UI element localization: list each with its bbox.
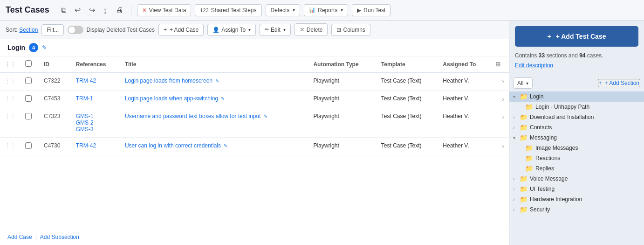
tree-item-label: Messaging	[530, 134, 640, 141]
expand-icon: ›	[513, 197, 519, 202]
assign-to-btn[interactable]: 👤 Assign To ▾	[207, 24, 256, 36]
defects-btn[interactable]: Defects ▾	[266, 4, 301, 16]
row-drag-handle[interactable]: ⋮⋮	[0, 72, 21, 91]
tree-item[interactable]: 📁 Replies	[509, 163, 644, 174]
filter-all-label: All	[517, 80, 523, 86]
add-case-btn[interactable]: + + Add Case	[158, 24, 204, 36]
tree-item[interactable]: › 📁 Download and Installation	[509, 112, 644, 122]
row-edit-icon[interactable]: ✎	[221, 96, 225, 101]
col-checkbox[interactable]	[21, 56, 39, 72]
tree-item[interactable]: › 📁 Voice Message	[509, 174, 644, 184]
tree-container: All ▾ + + Add Section ▾ 📁 Login 📁 Login …	[509, 74, 644, 245]
row-checkbox-cell[interactable]	[21, 108, 39, 138]
assign-chevron-icon: ▾	[248, 27, 251, 32]
columns-btn[interactable]: ⊟ Columns	[331, 24, 370, 36]
row-checkbox-cell[interactable]	[21, 91, 39, 108]
row-expand-arrow[interactable]: ›	[491, 91, 509, 108]
tree-item[interactable]: 📁 Login - Unhappy Path	[509, 102, 644, 112]
row-template: Test Case (Text)	[377, 72, 438, 91]
sort-value[interactable]: Section	[19, 27, 38, 33]
folder-icon: 📁	[520, 196, 528, 203]
drag-handle-icon: ⋮⋮	[5, 61, 16, 68]
row-title: Login page loads from homescreen ✎	[120, 72, 309, 91]
display-deleted-toggle[interactable]	[68, 26, 83, 34]
tree-item[interactable]: 📁 Reactions	[509, 153, 644, 163]
row-edit-icon[interactable]: ✎	[215, 78, 219, 84]
tree-item-label: Contacts	[530, 124, 640, 131]
reference-link[interactable]: TRM-42	[76, 77, 96, 84]
tree-item[interactable]: › 📁 UI Testing	[509, 184, 644, 194]
pencil-icon: ✏	[265, 27, 269, 33]
collapse-icon: ▾	[513, 94, 519, 99]
col-id: ID	[39, 56, 71, 72]
row-checkbox[interactable]	[25, 95, 32, 102]
select-all-checkbox[interactable]	[25, 60, 32, 67]
folder-icon: 📁	[520, 124, 528, 131]
row-checkbox[interactable]	[25, 142, 32, 149]
reference-link[interactable]: TRM-1	[76, 95, 93, 102]
row-checkbox-cell[interactable]	[21, 72, 39, 91]
filter-btn[interactable]: Filt...	[41, 24, 64, 35]
row-expand-arrow[interactable]: ›	[491, 138, 509, 155]
row-title: User can log in with correct credentials…	[120, 138, 309, 155]
add-test-case-btn[interactable]: + + Add Test Case	[515, 26, 638, 47]
row-checkbox[interactable]	[25, 113, 32, 119]
row-checkbox[interactable]	[25, 77, 32, 84]
reference-link[interactable]: GMS-3	[76, 126, 94, 133]
tree-item[interactable]: › 📁 Contacts	[509, 122, 644, 133]
tree-item-label: Hardware Integration	[530, 196, 640, 203]
add-section-btn[interactable]: + + Add Section	[598, 79, 640, 87]
test-cases-table: ⋮⋮ ID References Title Automation Type T…	[0, 56, 509, 155]
toolbar-separator-1	[131, 6, 131, 15]
reference-link[interactable]: GMS-1	[76, 113, 94, 119]
title-link[interactable]: Login page loads when app-switching	[125, 95, 218, 102]
run-test-btn[interactable]: ▶ Run Test	[352, 4, 391, 16]
delete-btn[interactable]: ✕ Delete	[295, 23, 328, 36]
import-icon-btn[interactable]: ↨	[101, 4, 110, 16]
row-automation-type: Playwright	[308, 72, 376, 91]
main-layout: Sort: Section Filt... Display Deleted Te…	[0, 21, 644, 245]
copy-icon-btn[interactable]: ⧉	[59, 4, 69, 16]
tree-item-label: Image Messages	[535, 145, 640, 151]
table-row: ⋮⋮ C4730 TRM-42 User can log in with cor…	[0, 138, 509, 155]
print-icon-btn[interactable]: 🖨	[113, 4, 125, 16]
reports-btn[interactable]: 📊 Reports ▾	[304, 4, 348, 16]
undo-icon-btn[interactable]: ↩	[72, 4, 83, 16]
tree-toolbar: All ▾ + + Add Section	[509, 76, 644, 91]
edit-btn[interactable]: ✏ Edit ▾	[260, 24, 291, 36]
tree-item[interactable]: › 📁 Security	[509, 204, 644, 215]
row-edit-icon[interactable]: ✎	[264, 114, 267, 119]
summary-text: Contains 33 sections and 94 cases. Edit …	[509, 51, 644, 74]
tree-filter-btn[interactable]: All ▾	[513, 77, 533, 89]
row-assigned-to: Heather V.	[438, 108, 491, 138]
shared-test-steps-btn[interactable]: 123 Shared Test Steps	[195, 4, 261, 16]
table-row: ⋮⋮ C7322 TRM-42 Login page loads from ho…	[0, 72, 509, 91]
title-link[interactable]: User can log in with correct credentials	[125, 142, 221, 149]
reference-link[interactable]: GMS-2	[76, 119, 94, 126]
row-drag-handle[interactable]: ⋮⋮	[0, 138, 21, 155]
folder-icon: 📁	[520, 134, 528, 141]
section-edit-icon[interactable]: ✎	[42, 44, 47, 51]
view-test-data-btn[interactable]: ✕ View Test Data	[137, 4, 192, 16]
col-drag: ⋮⋮	[0, 56, 21, 72]
row-edit-icon[interactable]: ✎	[224, 143, 227, 148]
row-expand-arrow[interactable]: ›	[491, 72, 509, 91]
add-subsection-link[interactable]: Add Subsection	[40, 234, 79, 240]
redo-icon-btn[interactable]: ↪	[87, 4, 97, 16]
add-case-link[interactable]: Add Case	[7, 234, 32, 240]
tree-item[interactable]: ▾ 📁 Login	[509, 91, 644, 102]
row-drag-handle[interactable]: ⋮⋮	[0, 108, 21, 138]
x-icon: ✕	[142, 7, 147, 14]
tree-item[interactable]: ▾ 📁 Messaging	[509, 133, 644, 143]
title-link[interactable]: Login page loads from homescreen	[125, 77, 212, 84]
tree-item[interactable]: › 📁 Hardware Integration	[509, 194, 644, 204]
reference-link[interactable]: TRM-42	[76, 142, 96, 149]
secondary-toolbar: Sort: Section Filt... Display Deleted Te…	[0, 21, 509, 39]
row-drag-handle[interactable]: ⋮⋮	[0, 91, 21, 108]
row-checkbox-cell[interactable]	[21, 138, 39, 155]
title-link[interactable]: Username and password text boxes allow f…	[125, 113, 260, 119]
expand-icon: ›	[513, 125, 519, 130]
tree-item[interactable]: 📁 Image Messages	[509, 143, 644, 153]
row-expand-arrow[interactable]: ›	[491, 108, 509, 138]
edit-description-link[interactable]: Edit description	[515, 61, 638, 70]
